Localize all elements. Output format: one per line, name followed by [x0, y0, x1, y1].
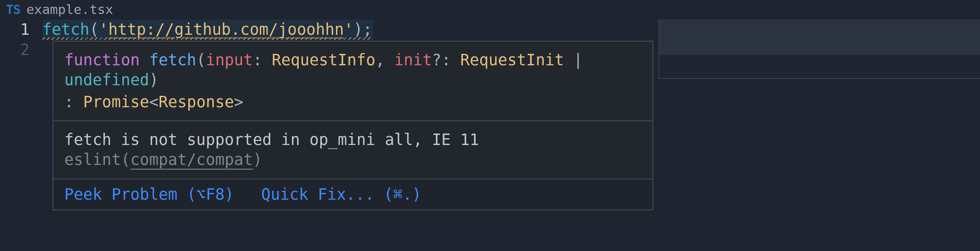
code-content[interactable]: fetch('http://github.com/jooohhn'); func… [42, 20, 980, 60]
code-token-url[interactable]: http://github.com/jooohhn [108, 20, 344, 39]
sig-type: RequestInit [460, 51, 564, 69]
problem-rule-link[interactable]: compat/compat [130, 151, 253, 170]
line-number-gutter: 1 2 [0, 20, 42, 60]
sig-punct: , [375, 51, 385, 69]
problem-message: fetch is not supported in op_mini all, I… [53, 120, 652, 178]
problem-source: ) [253, 151, 262, 169]
sig-param: init [394, 51, 432, 69]
sig-punct: ( [196, 51, 206, 69]
minimap-scrollbar[interactable] [658, 20, 980, 79]
typescript-file-icon: TS [6, 2, 20, 17]
signature-help: function fetch(input: RequestInfo, init?… [53, 42, 652, 120]
sig-punct: ) [149, 71, 158, 89]
line-number: 1 [0, 20, 30, 40]
problem-text: fetch is not supported in op_mini all, I… [64, 131, 479, 149]
sig-punct: : [64, 93, 74, 111]
code-token-string: 'http://github.com/jooohhn' [99, 20, 353, 39]
code-editor: TS example.tsx 1 2 fetch('http://github.… [0, 0, 980, 251]
code-line[interactable]: fetch('http://github.com/jooohhn'); [42, 20, 373, 40]
sig-return-type: Promise [83, 93, 149, 111]
sig-punct: ? [432, 51, 441, 69]
sig-punct: : [441, 51, 451, 69]
problem-actions: Peek Problem (⌥F8) Quick Fix... (⌘.) [53, 178, 652, 209]
sig-function-name: fetch [149, 51, 196, 69]
sig-keyword: function [64, 51, 140, 69]
sig-punct: < [149, 93, 159, 111]
sig-return-type: Response [159, 93, 234, 111]
quick-fix-button[interactable]: Quick Fix... (⌘.) [261, 185, 421, 204]
sig-punct: | [573, 51, 583, 69]
problem-source: eslint( [64, 151, 130, 169]
sig-punct: > [234, 93, 243, 111]
code-token-punct: ); [353, 20, 372, 39]
code-token-function: fetch [42, 20, 89, 39]
sig-param: input [206, 51, 253, 69]
peek-problem-button[interactable]: Peek Problem (⌥F8) [64, 185, 234, 204]
sig-type: RequestInfo [272, 51, 375, 69]
code-token-punct: ( [89, 20, 99, 39]
editor-tab-bar: TS example.tsx [0, 0, 980, 20]
sig-punct: : [253, 51, 262, 69]
code-area[interactable]: 1 2 fetch('http://github.com/jooohhn'); … [0, 20, 980, 60]
hover-tooltip: function fetch(input: RequestInfo, init?… [52, 41, 653, 210]
editor-tab-filename[interactable]: example.tsx [26, 2, 113, 17]
line-number: 2 [0, 40, 30, 60]
sig-value: undefined [64, 71, 149, 89]
